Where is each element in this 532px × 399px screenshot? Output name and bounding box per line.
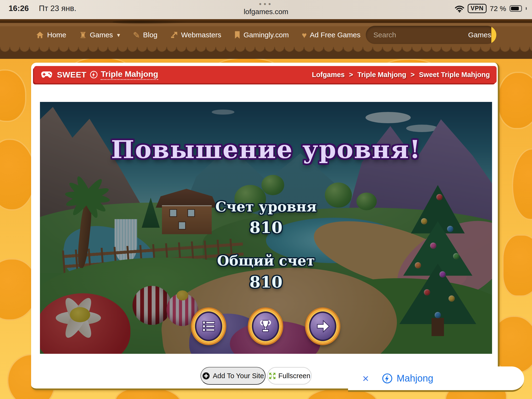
breadcrumb: Lofgames > Triple Mahjong > Sweet Triple… [312,71,490,79]
lightning-circle-icon [90,70,98,79]
browser-divider [0,19,532,23]
fullscreen-label: Fullscreen [279,372,310,380]
nav-item-blog[interactable]: ✎ Blog [133,31,157,39]
nav-item-games[interactable]: ♜ Games ▾ [79,31,120,39]
search-input[interactable] [366,26,468,44]
lightning-circle-icon [382,373,393,384]
search-category-select[interactable]: Games [468,26,491,44]
game-menu-button[interactable] [192,309,225,344]
nav-label: Games [90,31,113,39]
level-score-value: 810 [40,218,492,237]
game-canvas[interactable]: Повышение уровня! Счет уровня 810 Общий … [40,102,492,354]
breadcrumb-separator: > [411,71,415,79]
related-game-link[interactable]: Mahjong [397,373,433,384]
site-logo-shadow [112,20,189,24]
add-to-your-site-button[interactable]: Add To Your Site [200,367,266,385]
external-link-icon [170,31,178,39]
nav-label: Blog [143,31,157,39]
gamepad-icon [41,70,53,79]
status-center: ••• lofgames.com [0,1,532,16]
battery-percent: 72 % [490,5,506,13]
bg-blob [498,72,532,129]
chevron-down-icon: ▾ [117,32,120,38]
nav-label: Ad Free Games [310,31,361,39]
nav-item-gamingly[interactable]: Gamingly.com [234,31,289,39]
heart-icon: ♥ [302,31,307,39]
menu-list-icon [201,318,216,334]
rook-icon: ♜ [79,31,87,39]
page-dots-icon[interactable]: ••• [0,1,532,7]
fullscreen-icon [269,372,276,380]
total-score-label: Общий счет [40,253,492,269]
related-game-panel: × Mahjong [348,367,524,392]
total-score-value: 810 [40,273,492,291]
status-right: VPN 72 % [455,4,527,13]
nav-scalloped-edge [0,47,532,59]
content-card: SWEET Triple Mahjong Lofgames > Triple M… [31,63,500,390]
battery-tip-icon [526,7,527,10]
nav-item-ad-free-games[interactable]: ♥ Ad Free Games [302,31,361,39]
nav-item-webmasters[interactable]: Webmasters [170,31,221,39]
close-icon[interactable]: × [362,373,369,384]
search-button[interactable] [491,26,496,44]
wifi-icon [455,5,464,13]
game-next-button[interactable] [306,309,339,344]
vpn-badge: VPN [468,4,486,13]
arrow-right-icon [315,318,331,334]
bg-blob [512,148,532,220]
bg-blob [0,69,26,122]
add-to-your-site-label: Add To Your Site [213,372,264,380]
home-icon [36,31,44,39]
bookmark-icon [234,31,241,39]
battery-icon [510,5,522,12]
plus-circle-icon [202,372,210,380]
site-search: Games [366,26,496,44]
breadcrumb-separator: > [349,71,353,79]
brand-name: SWEET [57,70,86,79]
nav-item-home[interactable]: Home [36,31,66,39]
bg-blob [0,139,36,210]
nav-label: Home [47,31,66,39]
address-url[interactable]: lofgames.com [0,8,532,16]
game-title-banner: SWEET Triple Mahjong Lofgames > Triple M… [34,66,497,83]
game-name-link[interactable]: Triple Mahjong [101,69,158,80]
fullscreen-button[interactable]: Fullscreen [267,367,312,385]
level-score-label: Счет уровня [40,199,492,215]
game-trophy-button[interactable] [249,309,282,344]
breadcrumb-lofgames[interactable]: Lofgames [312,71,345,79]
breadcrumb-sweet-triple-mahjong[interactable]: Sweet Triple Mahjong [419,71,490,79]
nav-label: Webmasters [181,31,221,39]
breadcrumb-triple-mahjong[interactable]: Triple Mahjong [357,71,406,79]
level-up-title: Повышение уровня! [40,135,492,164]
trophy-icon [257,318,274,334]
main-navigation: Home ♜ Games ▾ ✎ Blog Webmasters Gamingl… [0,23,532,47]
bg-blob [502,234,532,297]
ios-status-bar: 16:26 Пт 23 янв. ••• lofgames.com VPN 72… [0,0,532,19]
nav-label: Gamingly.com [244,31,289,39]
pencil-icon: ✎ [133,31,140,39]
